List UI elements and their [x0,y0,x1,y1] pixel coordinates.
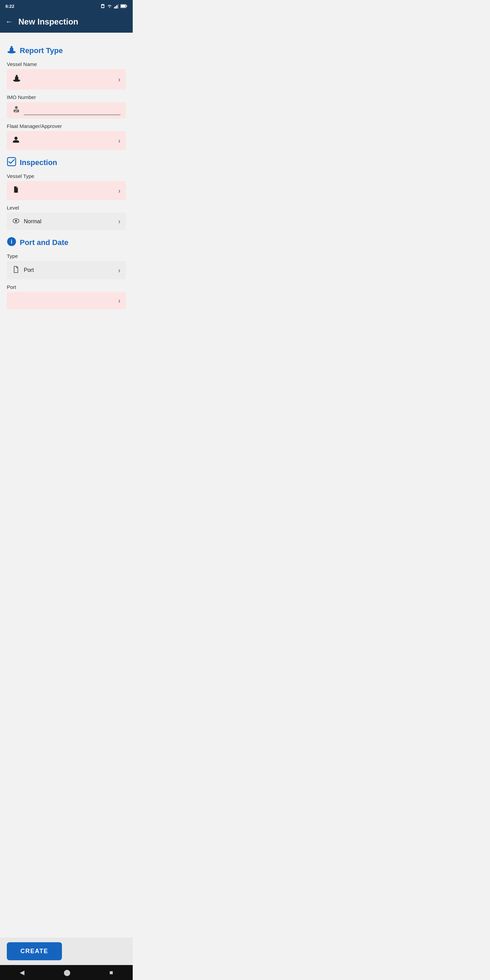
report-type-title: Report Type [20,46,63,55]
level-row-left: Normal [12,218,41,225]
imo-number-label: IMO Number [7,94,126,100]
vessel-name-selector[interactable]: › [7,69,126,89]
battery-icon [121,4,127,8]
inspection-section-header: Inspection [7,157,126,169]
svg-rect-3 [114,7,115,8]
type-label: Type [7,253,126,259]
svg-rect-16 [16,75,18,77]
svg-rect-4 [115,6,116,8]
type-row-left: Port [12,266,34,275]
port-doc-icon [12,266,20,275]
vessel-type-selector[interactable]: › [7,181,126,200]
fleet-manager-person-icon [12,136,20,145]
vessel-name-label: Vessel Name [7,61,126,67]
port-selector[interactable]: › [7,292,126,309]
svg-rect-12 [11,46,12,49]
svg-rect-8 [126,5,127,7]
svg-rect-5 [116,5,118,8]
vessel-name-chevron: › [118,76,121,83]
fleet-manager-chevron: › [118,137,121,145]
signal-icon [114,4,119,8]
imo-number-input[interactable] [24,106,121,115]
svg-rect-9 [121,5,126,8]
port-date-section-header: i Port and Date [7,237,126,248]
inspection-title: Inspection [20,158,57,167]
imo-number-row [7,102,126,118]
svg-point-22 [14,137,18,140]
type-selector[interactable]: Port › [7,261,126,279]
fleet-manager-label: Flaat Manager/Approver [7,123,126,129]
wifi-icon [107,4,112,8]
fleet-manager-selector[interactable]: › [7,131,126,150]
svg-point-25 [15,220,17,221]
eye-icon [12,218,20,225]
status-time: 6:22 [5,4,14,9]
info-icon: i [7,237,16,248]
type-value: Port [24,267,34,273]
status-bar: 6:22 [0,0,133,12]
port-label: Port [7,284,126,290]
svg-point-18 [15,106,18,109]
svg-point-2 [109,7,110,8]
page-title: New Inspection [18,17,78,27]
top-bar: ← New Inspection [0,12,133,33]
vessel-type-doc-icon [12,186,20,195]
level-chevron: › [118,218,121,225]
svg-rect-21 [14,111,16,112]
type-chevron: › [118,266,121,274]
vessel-type-chevron: › [118,187,121,195]
svg-marker-17 [13,81,20,82]
svg-rect-6 [118,4,119,8]
main-content: Report Type Vessel Name › IMO Number F [0,33,133,344]
svg-text:i: i [11,239,12,245]
vessel-name-ship-icon [12,74,21,85]
report-type-section-header: Report Type [7,45,126,56]
port-date-title: Port and Date [20,238,68,247]
port-chevron: › [118,297,121,305]
status-icons [100,4,127,8]
back-button[interactable]: ← [5,18,13,26]
svg-rect-20 [15,111,18,111]
checkbox-icon [7,157,16,169]
svg-marker-13 [8,52,15,53]
level-selector[interactable]: Normal › [7,213,126,230]
level-label: Level [7,205,126,211]
imo-person-icon [12,105,21,115]
sim-card-icon [100,4,105,8]
vessel-type-label: Vessel Type [7,173,126,179]
ship-icon [7,45,16,56]
svg-rect-1 [102,5,104,8]
level-value: Normal [24,218,41,224]
